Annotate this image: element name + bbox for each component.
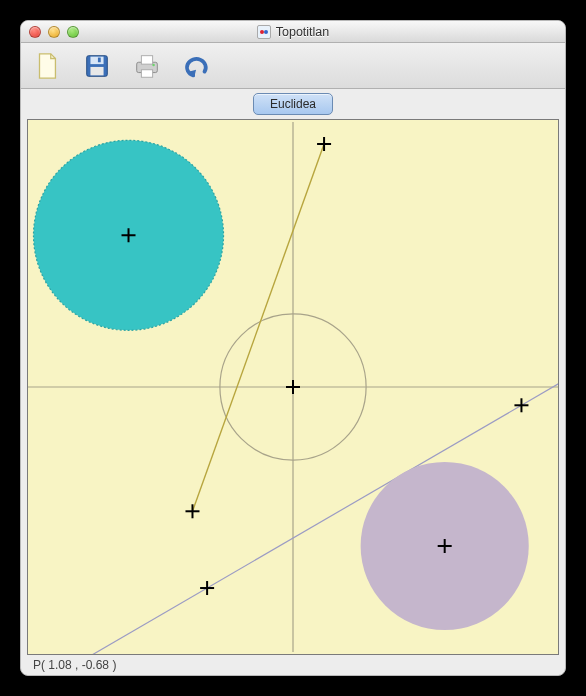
canvas-svg (28, 120, 558, 654)
floppy-icon (82, 51, 112, 81)
svg-rect-1 (90, 56, 103, 64)
printer-icon (132, 51, 162, 81)
titlebar[interactable]: Topotitlan (21, 21, 565, 43)
svg-rect-3 (98, 57, 101, 62)
window-title: Topotitlan (21, 25, 565, 39)
undo-button[interactable] (179, 48, 215, 84)
tab-euclidea[interactable]: Euclidea (253, 93, 333, 115)
page-icon (32, 51, 62, 81)
app-icon (257, 25, 271, 39)
undo-icon (182, 51, 212, 81)
print-button[interactable] (129, 48, 165, 84)
window-controls (21, 26, 79, 38)
tabbar: Euclidea (21, 89, 565, 115)
cursor-coordinates: P( 1.08 , -0.68 ) (33, 658, 116, 672)
svg-rect-6 (141, 69, 152, 77)
tab-label: Euclidea (270, 97, 316, 111)
canvas-area: P( 1.08 , -0.68 ) (21, 115, 565, 675)
svg-rect-5 (141, 55, 152, 63)
window-title-text: Topotitlan (276, 25, 330, 39)
close-icon[interactable] (29, 26, 41, 38)
save-button[interactable] (79, 48, 115, 84)
toolbar (21, 43, 565, 89)
svg-rect-2 (90, 66, 103, 74)
geometry-canvas[interactable] (27, 119, 559, 655)
statusbar: P( 1.08 , -0.68 ) (27, 655, 559, 675)
zoom-icon[interactable] (67, 26, 79, 38)
new-button[interactable] (29, 48, 65, 84)
minimize-icon[interactable] (48, 26, 60, 38)
svg-point-7 (152, 63, 154, 65)
app-window: Topotitlan (20, 20, 566, 676)
